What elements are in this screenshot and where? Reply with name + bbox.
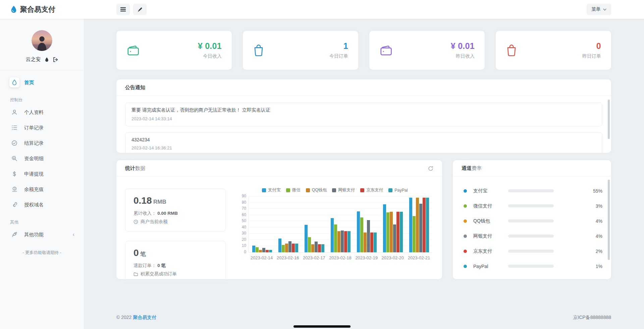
page-footer: © 2022 聚合易支付 京ICP备88888888 <box>116 315 611 321</box>
channel-rate: 2% <box>554 249 602 254</box>
y-axis-tick: 10 <box>235 243 246 248</box>
legend-item[interactable]: 京东支付 <box>360 187 383 193</box>
chart-plot: 0102030405060708090 <box>249 196 432 253</box>
channel-progress <box>508 204 554 207</box>
wallet-icon <box>379 44 393 56</box>
stat-label: 今日收入 <box>198 53 222 59</box>
sidebar-item-domains[interactable]: 授权域名 <box>0 198 84 211</box>
stat-value: 0 <box>582 41 601 51</box>
sidebar-item-label: 订单记录 <box>24 125 44 131</box>
channel-dot <box>464 189 467 193</box>
bar-网银支付 <box>315 242 318 252</box>
bar-微信 <box>282 245 285 252</box>
sidebar-item-recharge[interactable]: 余额充值 <box>0 183 84 196</box>
sidebar-item-label: 结算记录 <box>24 140 44 146</box>
logo-droplet-icon <box>10 5 17 13</box>
chart-x-labels: 2023-02-142023-02-162023-02-172023-02-18… <box>249 255 432 260</box>
legend-label: PayPal <box>394 188 408 193</box>
bar-QQ钱包 <box>390 212 393 252</box>
bar-京东支付 <box>292 244 295 252</box>
sidebar-item-home[interactable]: 首页 <box>0 76 84 89</box>
channel-name: QQ钱包 <box>473 218 508 224</box>
bar-QQ钱包 <box>259 250 262 252</box>
bar-PayPal <box>321 244 324 252</box>
channel-row: 网银支付4% <box>460 228 602 244</box>
bar-PayPal <box>426 198 429 252</box>
footer-brand-link[interactable]: 聚合易支付 <box>133 315 156 320</box>
legend-label: 京东支付 <box>366 187 383 193</box>
legend-item[interactable]: 微信 <box>286 187 301 193</box>
legend-label: QQ钱包 <box>312 187 327 193</box>
legend-item[interactable]: QQ钱包 <box>306 187 327 193</box>
channel-dot <box>464 235 467 238</box>
announcement-item[interactable]: 4324234 2023-02-14 16:36:21 <box>125 132 602 153</box>
sidebar-item-other-features[interactable]: 其他功能 ‹ <box>0 228 84 241</box>
legend-swatch <box>306 188 310 192</box>
legend-swatch <box>360 188 364 192</box>
list-icon <box>9 123 19 133</box>
bar-PayPal <box>295 244 298 252</box>
bar-京东支付 <box>396 212 399 252</box>
sidebar-item-label: 首页 <box>24 79 34 86</box>
channel-dot <box>464 219 467 223</box>
announcement-text: 重要 请完成实名认证，否则您的商户无法正常收款！ 立即实名认证 <box>131 107 596 113</box>
droplet-icon[interactable] <box>45 57 49 62</box>
channel-name: 微信支付 <box>473 203 508 209</box>
statistics-title: 统计 <box>125 165 135 171</box>
legend-item[interactable]: 支付宝 <box>262 187 281 193</box>
brush-icon <box>137 7 143 12</box>
theme-brush-button[interactable] <box>133 4 147 15</box>
sidebar-item-withdraw[interactable]: 申请提现 <box>0 167 84 181</box>
sidebar-item-orders[interactable]: 订单记录 <box>0 121 84 134</box>
y-axis-tick: 20 <box>235 237 246 242</box>
orders-line-value: 0 笔 <box>157 263 166 268</box>
bar-微信 <box>308 237 311 252</box>
scrollbar-thumb[interactable] <box>608 180 610 260</box>
channel-progress <box>508 265 554 268</box>
announcements-title: 公告通知 <box>125 84 145 91</box>
scrollbar-thumb[interactable] <box>608 100 610 139</box>
channel-rate: 4% <box>554 218 602 224</box>
bar-groups <box>249 196 432 252</box>
balance-value: 0.18 <box>133 195 152 206</box>
menu-dropdown-button[interactable]: 菜单 <box>587 4 611 15</box>
legend-swatch <box>286 188 290 192</box>
balance-box: 0.18 RMB 累计收入： 0.00 RMB 商户当前余额 <box>125 189 226 232</box>
bar-支付宝 <box>383 204 386 252</box>
announcement-item[interactable]: 重要 请完成实名认证，否则您的商户无法正常收款！ 立即实名认证 2023-02-… <box>125 103 602 126</box>
header-toolbar <box>116 4 147 15</box>
x-axis-tick: 2023-02-21 <box>406 255 432 260</box>
bar-支付宝 <box>252 246 255 252</box>
app-logo: 聚合易支付 <box>0 5 84 14</box>
hamburger-icon <box>120 7 126 12</box>
bar-京东支付 <box>318 244 321 252</box>
bar-京东支付 <box>266 250 269 252</box>
bar-支付宝 <box>409 198 412 252</box>
statistics-header: 统计数据 <box>116 160 442 177</box>
bar-group <box>275 196 301 252</box>
bar-支付宝 <box>305 225 308 252</box>
channel-rate: 4% <box>554 234 602 239</box>
x-axis-tick: 2023-02-16 <box>275 255 301 260</box>
bar-chart: 支付宝微信QQ钱包网银支付京东支付PayPal 0102030405060708… <box>236 185 434 284</box>
coin-icon <box>9 184 19 194</box>
avatar[interactable] <box>32 30 52 51</box>
logo-text: 聚合易支付 <box>20 5 55 14</box>
logout-icon[interactable] <box>53 57 58 62</box>
channel-rate: 1% <box>554 264 602 269</box>
sidebar-toggle-button[interactable] <box>116 4 130 15</box>
stat-card: ¥ 0.01 今日收入 <box>116 31 232 70</box>
channel-name: PayPal <box>473 264 508 269</box>
legend-item[interactable]: 网银支付 <box>332 187 355 193</box>
sidebar-item-settlements[interactable]: 结算记录 <box>0 136 84 150</box>
channel-rate: 3% <box>554 203 602 209</box>
refresh-button[interactable] <box>428 166 433 171</box>
sidebar-item-label: 个人资料 <box>24 109 44 116</box>
channel-progress <box>508 250 554 253</box>
x-axis-tick: 2023-02-18 <box>327 255 353 260</box>
sidebar-item-funds[interactable]: 资金明细 <box>0 152 84 165</box>
sidebar-item-profile[interactable]: 个人资料 <box>0 106 84 119</box>
stats-summary: 0.18 RMB 累计收入： 0.00 RMB 商户当前余额 <box>125 185 226 284</box>
legend-item[interactable]: PayPal <box>388 187 408 193</box>
bar-网银支付 <box>262 248 265 252</box>
